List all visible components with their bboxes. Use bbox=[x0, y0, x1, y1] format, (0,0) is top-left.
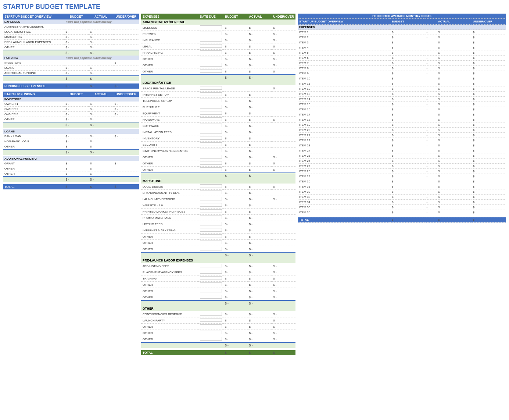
overview-header: START-UP BUDGET OVERVIEW bbox=[3, 14, 64, 19]
list-item: ITEM 3$-$$ bbox=[298, 40, 506, 45]
loans-subsection: LOANS bbox=[3, 129, 139, 134]
list-item: ITEM 21$-$$ bbox=[298, 133, 506, 138]
list-item: EQUIPMENT$ -$ - bbox=[141, 110, 295, 117]
list-item: ITEM 12$-$$ bbox=[298, 86, 506, 92]
list-item: OTHER$ -$ -$ - bbox=[141, 62, 295, 68]
list-item: JOB-LISTING FEES$ -$ -$ - bbox=[141, 263, 295, 269]
grand-total-row: TOTAL $ - $ - $ - bbox=[3, 184, 139, 189]
list-item: OTHER$ -$ -$ - bbox=[141, 330, 295, 336]
list-item: HARDWARE$ -$ -$ - bbox=[141, 117, 295, 123]
projected-costs-table: PROJECTED AVERAGE MONTHLY COSTS START-UP… bbox=[298, 14, 506, 223]
location-total: $ - $ - bbox=[141, 173, 295, 178]
list-item: ITEM 6$-$$ bbox=[298, 56, 506, 61]
funding-section: FUNDING fields will populate automatical… bbox=[3, 56, 139, 60]
location-subsection: LOCATION/OFFICE bbox=[141, 80, 295, 85]
list-item: OTHER$ -$ -$ - bbox=[141, 160, 295, 167]
list-item: INSTALLATION FEES$ -$ - bbox=[141, 129, 295, 135]
list-item: ITEM 28$-$$ bbox=[298, 169, 506, 174]
list-item: LOCATION/OFFICE$ -$ - bbox=[3, 29, 139, 35]
list-item: OTHER$ -$ - bbox=[141, 240, 295, 246]
startup-funding-table: START-UP FUNDING BUDGET ACTUAL UNDER/OVE… bbox=[3, 92, 139, 189]
list-item: OWNER 2$ -$ -$ - bbox=[3, 107, 139, 112]
list-item: OTHER$ -$ -$ - bbox=[141, 294, 295, 301]
list-item: INTERNET MARKETING$ -$ - bbox=[141, 227, 295, 234]
list-item: PLACEMENT AGENCY FEES$ -$ -$ - bbox=[141, 269, 295, 275]
other-subsection: OTHER bbox=[141, 306, 295, 311]
list-item: ITEM 29$-$$ bbox=[298, 174, 506, 179]
list-item: ITEM 2$-$$ bbox=[298, 35, 506, 40]
list-item: OTHER$ -$ - bbox=[3, 166, 139, 171]
list-item: ITEM 36$-$$ bbox=[298, 210, 506, 215]
list-item: ITEM 26$-$$ bbox=[298, 159, 506, 164]
expenses-label: EXPENSES bbox=[3, 19, 64, 24]
left-panel: START-UP BUDGET OVERVIEW BUDGET ACTUAL U… bbox=[3, 14, 139, 189]
list-item: ITEM 1$-$$ bbox=[298, 30, 506, 35]
prelabor-subsection: PRE-LAUNCH LABOR EXPENSES bbox=[141, 258, 295, 263]
list-item: INVENTORY$ -$ - bbox=[141, 135, 295, 142]
list-item: ITEM 11$-$$ bbox=[298, 81, 506, 86]
list-item: ITEM 30$-$$ bbox=[298, 179, 506, 184]
expenses-table: EXPENSES DATE DUE BUDGET ACTUAL UNDER/OV… bbox=[141, 14, 295, 355]
right-panel: PROJECTED AVERAGE MONTHLY COSTS START-UP… bbox=[298, 14, 506, 223]
list-item: ITEM 9$-$$ bbox=[298, 71, 506, 76]
list-item: LEGAL$ -$ -$ - bbox=[141, 43, 295, 50]
list-item: LAUNCH PARTY$ -$ -$ - bbox=[141, 317, 295, 324]
list-item: ITEM 33$-$$ bbox=[298, 195, 506, 200]
list-item: OWNER 3$ -$ -$ - bbox=[3, 112, 139, 117]
prelabor-total: $ - $ - bbox=[141, 300, 295, 306]
list-item: STATIONERY/BUSINESS CARDS$ -$ - bbox=[141, 148, 295, 154]
list-item: ITEM 4$-$$ bbox=[298, 45, 506, 50]
list-item: ADMINISTRATIVE/GENERAL bbox=[3, 24, 139, 29]
list-item: OTHER$ -$ -$ - bbox=[141, 68, 295, 75]
list-item: ITEM 10$-$$ bbox=[298, 76, 506, 81]
list-item: SOFTWARE$ -$ - bbox=[141, 123, 295, 129]
list-item: ITEM 35$-$$ bbox=[298, 205, 506, 210]
list-item: LOANS$ -$ - bbox=[3, 65, 139, 71]
investors-total: $ - $ - bbox=[3, 122, 139, 128]
list-item: ITEM 14$-$$ bbox=[298, 97, 506, 102]
list-item: PRINTED MARKETING PIECES$ -$ - bbox=[141, 209, 295, 215]
list-item: ITEM 16$-$$ bbox=[298, 107, 506, 112]
list-item: ADDITIONAL FUNDING$ -$ - bbox=[3, 71, 139, 76]
list-item: ITEM 19$-$$ bbox=[298, 122, 506, 128]
list-item: INVESTORS$ - bbox=[3, 60, 139, 65]
investors-subsection: INVESTORS bbox=[3, 97, 139, 102]
list-item: BANK LOAN$ -$ -$ - bbox=[3, 134, 139, 139]
list-item: ITEM 8$-$$ bbox=[298, 66, 506, 71]
list-item: OTHER$ -$ -$ - bbox=[141, 167, 295, 173]
list-item: PERMITS$ -$ -$ - bbox=[141, 31, 295, 37]
list-item: OTHER$ -$ - bbox=[141, 234, 295, 240]
list-item: PRE-LAUNCH LABOR EXPENSES$ -$ - bbox=[3, 40, 139, 45]
list-item: SECURITY$ -$ - bbox=[141, 142, 295, 148]
list-item: NON-BANK LOAN$ -$ - bbox=[3, 139, 139, 144]
list-item: WEBSITE v.1.0$ -$ - bbox=[141, 202, 295, 209]
list-item: OTHER$ -$ -$ - bbox=[141, 154, 295, 160]
list-item: ITEM 27$-$$ bbox=[298, 164, 506, 169]
list-item: ITEM 20$-$$ bbox=[298, 128, 506, 133]
list-item: TELEPHONE SET-UP$ -$ - bbox=[141, 98, 295, 104]
page-title: STARTUP BUDGET TEMPLATE bbox=[3, 3, 506, 11]
middle-panel: EXPENSES DATE DUE BUDGET ACTUAL UNDER/OV… bbox=[141, 14, 295, 355]
list-item: ITEM 5$-$$ bbox=[298, 50, 506, 56]
list-item: OTHER$ -$ - bbox=[3, 144, 139, 150]
list-item: OTHER$ -$ -$ - bbox=[141, 282, 295, 288]
list-item: TRAINING$ -$ -$ - bbox=[141, 275, 295, 282]
marketing-subsection: MARKETING bbox=[141, 178, 295, 184]
expenses-total-row: $ - $ - bbox=[3, 50, 139, 56]
list-item: ITEM 25$-$$ bbox=[298, 153, 506, 159]
list-item: ITEM 34$-$$ bbox=[298, 200, 506, 205]
list-item: FURNITURE$ -$ - bbox=[141, 104, 295, 110]
right-expenses-label: EXPENSES bbox=[298, 25, 506, 30]
list-item: ITEM 32$-$$ bbox=[298, 189, 506, 195]
funding-less-row: FUNDING LESS EXPENSES $ - $ - $ - bbox=[3, 83, 139, 89]
list-item: OTHER$ -$ - bbox=[3, 45, 139, 50]
list-item: CONTINGENCIES RESERVE$ -$ -$ - bbox=[141, 311, 295, 317]
list-item: ITEM 23$-$$ bbox=[298, 143, 506, 148]
list-item: LICENSES$ -$ -$ - bbox=[141, 25, 295, 31]
list-item: ITEM 17$-$$ bbox=[298, 112, 506, 117]
loans-total: $ - $ - bbox=[3, 149, 139, 155]
list-item: OTHER$ -$ - bbox=[3, 171, 139, 177]
right-total-row: TOTAL $ - $ - $ - bbox=[298, 217, 506, 223]
admin-subsection: ADMINISTRATIVE/GENERAL bbox=[141, 19, 295, 25]
list-item: FRANCHISING$ -$ -$ - bbox=[141, 50, 295, 56]
